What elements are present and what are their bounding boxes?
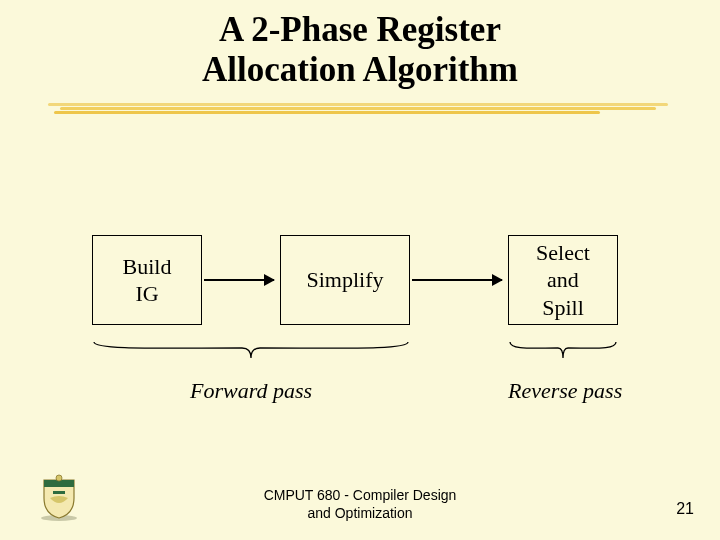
title-underline bbox=[48, 103, 668, 117]
footer-line-2: and Optimization bbox=[307, 505, 412, 521]
title-line-1: A 2-Phase Register bbox=[219, 10, 501, 49]
box-build-ig: Build IG bbox=[92, 235, 202, 325]
label-forward-pass: Forward pass bbox=[92, 378, 410, 404]
box-select-spill: Select and Spill bbox=[508, 235, 618, 325]
box-build-ig-label: Build IG bbox=[123, 253, 172, 308]
box-select-spill-label: Select and Spill bbox=[536, 239, 590, 322]
footer-course-text: CMPUT 680 - Compiler Design and Optimiza… bbox=[0, 486, 720, 522]
footer-line-1: CMPUT 680 - Compiler Design bbox=[264, 487, 457, 503]
arrow-build-to-simplify bbox=[204, 279, 274, 281]
page-number: 21 bbox=[676, 500, 694, 518]
box-simplify-label: Simplify bbox=[306, 266, 383, 294]
svg-point-2 bbox=[56, 475, 62, 481]
brace-forward bbox=[92, 340, 410, 360]
box-simplify: Simplify bbox=[280, 235, 410, 325]
arrow-simplify-to-select bbox=[412, 279, 502, 281]
title-line-2: Allocation Algorithm bbox=[202, 50, 518, 89]
brace-reverse bbox=[508, 340, 618, 360]
diagram-stage: Build IG Simplify Select and Spill Forwa… bbox=[0, 180, 720, 500]
slide-title: A 2-Phase Register Allocation Algorithm bbox=[0, 10, 720, 91]
label-reverse-pass: Reverse pass bbox=[508, 378, 618, 404]
